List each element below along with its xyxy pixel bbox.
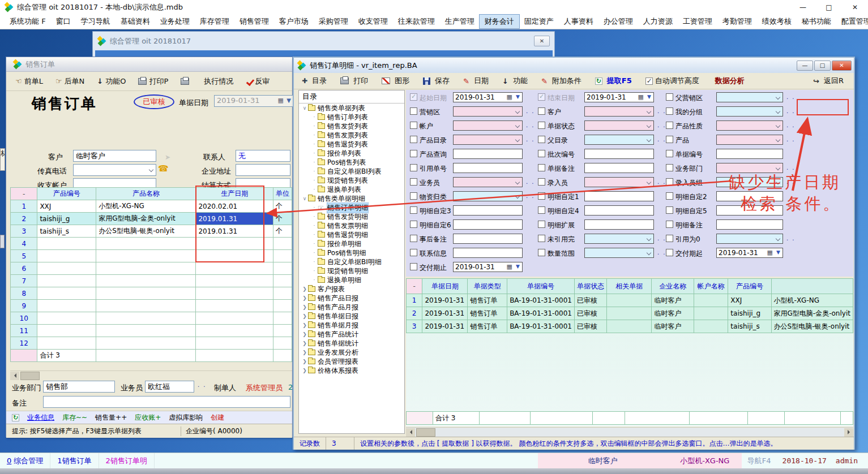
order-grid-hscrollbar[interactable] — [10, 370, 292, 380]
ellipsis-dots[interactable]: . . — [526, 136, 535, 143]
cell[interactable]: 临时客户 — [652, 320, 694, 333]
salesman-input[interactable]: 欧红福 — [145, 381, 194, 393]
minimize-button[interactable]: — — [790, 0, 816, 14]
filter-checkbox-起始日期[interactable] — [410, 93, 417, 101]
cell[interactable] — [694, 307, 728, 320]
product-code-cell[interactable]: taishiji_g — [37, 213, 96, 225]
filter-checkbox-交付期起[interactable] — [666, 249, 673, 256]
menu-item[interactable]: 工资管理 — [678, 15, 717, 28]
dropdown-arrow-icon[interactable]: ▼ — [516, 94, 520, 100]
main-title-bar[interactable]: 综合管理 oit 20181017 - 本地-db\演示信息.mdb —□✕ — [0, 0, 868, 14]
row-number-cell[interactable]: 11 — [11, 325, 37, 337]
cell[interactable]: 2019-01-31 — [422, 294, 468, 307]
maximize-button[interactable]: □ — [816, 0, 842, 14]
filter-checkbox-产品性质[interactable] — [666, 122, 673, 129]
filter-input-录入员[interactable] — [584, 177, 654, 187]
row-number-cell[interactable]: 5 — [11, 250, 37, 262]
empty-cell[interactable] — [273, 300, 292, 312]
cell[interactable]: 销售订单 — [468, 320, 507, 333]
column-header[interactable]: 帐户名称 — [694, 279, 728, 294]
product-name-cell[interactable]: 家用G型电脑-金奥-onlyit — [96, 213, 196, 225]
taskbar-item-0 综合管理[interactable]: 0 综合管理 — [0, 453, 50, 468]
column-header[interactable]: 企业名称 — [652, 279, 694, 294]
empty-cell[interactable] — [273, 287, 292, 300]
column-header[interactable] — [771, 279, 853, 294]
tree-item-退换单明细[interactable]: ·退换单明细 — [299, 275, 404, 285]
toolbar-button-返回R[interactable]: 返回R — [813, 76, 844, 86]
cell[interactable]: 2 — [407, 307, 422, 320]
menu-item[interactable]: 收支管理 — [353, 15, 393, 28]
ellipsis-dots[interactable]: . . — [526, 193, 535, 199]
filter-input-明细自定6[interactable] — [453, 219, 523, 230]
column-header[interactable]: 产品编号 — [37, 188, 96, 200]
cell[interactable]: 销售订单 — [468, 294, 507, 307]
tree-item-业务发展分析[interactable]: ❯业务发展分析 — [299, 348, 404, 357]
product-name-cell[interactable]: 办公S型电脑-银奥-onlyit — [96, 225, 196, 238]
column-header[interactable]: 单据日期 — [422, 279, 468, 294]
filter-checkbox-数量范围[interactable] — [538, 249, 545, 256]
tree-item-销售退货明细[interactable]: ·销售退货明细 — [299, 230, 404, 239]
menu-item[interactable]: 系统功能 F — [5, 15, 51, 28]
column-header[interactable]: 单位 — [273, 188, 292, 200]
product-code-cell[interactable]: XXJ — [37, 200, 96, 213]
column-header[interactable]: 相关单据 — [607, 279, 652, 294]
detail-grid-hscrollbar[interactable] — [406, 427, 853, 437]
cell[interactable]: taishiji_s — [728, 320, 771, 333]
menu-item[interactable]: 学习导航 — [76, 15, 116, 28]
filter-checkbox-明细自定1[interactable] — [538, 192, 545, 200]
dept-input[interactable]: 销售部 — [43, 381, 115, 393]
toolbar-button-日期[interactable]: 日期 — [463, 76, 489, 86]
dropdown-arrow-icon[interactable]: ▼ — [647, 94, 651, 100]
row-number-cell[interactable]: 9 — [11, 300, 37, 312]
menu-item[interactable]: 办公管理 — [598, 15, 638, 28]
toolbar-button-功能[interactable]: 功能 — [502, 76, 528, 86]
empty-cell[interactable] — [96, 337, 196, 350]
footer-link-虚拟库影响[interactable]: 虚拟库影响 — [169, 413, 203, 423]
tree-expand-icon[interactable]: ❯ — [301, 331, 308, 337]
menu-item[interactable]: 基础资料 — [116, 15, 155, 28]
filter-checkbox-营销区[interactable] — [410, 107, 417, 115]
tree-expand-icon[interactable]: ❯ — [301, 359, 308, 364]
menu-item[interactable]: 秘书功能 — [797, 15, 836, 28]
filter-input-业务部门[interactable] — [716, 163, 783, 173]
tree-item-销售退货列表[interactable]: ·销售退货列表 — [299, 140, 404, 149]
ellipsis-dots[interactable]: . . — [786, 94, 796, 100]
toolbar-button-自动调节高度[interactable]: 自动调节高度 — [645, 76, 699, 86]
tree-item-现货销售明细[interactable]: ·现货销售明细 — [299, 266, 404, 275]
column-header[interactable]: - — [11, 188, 37, 200]
filter-input-引用单号[interactable] — [453, 163, 523, 173]
filter-input-数量范围[interactable] — [584, 248, 654, 258]
menu-item[interactable]: 生产管理 — [440, 15, 480, 28]
tree-item-销售发票明细[interactable]: ·销售发票明细 — [299, 221, 404, 230]
empty-cell[interactable] — [37, 300, 96, 312]
ellipsis-dots[interactable]: . . — [786, 136, 796, 143]
phone-icon[interactable] — [158, 163, 169, 174]
row-number-cell[interactable]: 3 — [11, 225, 37, 238]
filter-checkbox-产品[interactable] — [666, 136, 673, 143]
toolbar-button-执行情况[interactable]: 执行情况 — [204, 76, 233, 87]
row-number-cell[interactable]: 8 — [11, 287, 37, 300]
dropdown-arrow-icon[interactable]: ▼ — [776, 249, 780, 255]
row-number-cell[interactable]: 4 — [11, 238, 37, 250]
filter-checkbox-引用为0[interactable] — [666, 235, 673, 242]
menu-item[interactable]: 业务处理 — [155, 15, 195, 28]
unit-cell[interactable]: 个 — [273, 225, 292, 238]
tree-item-销售订单列表[interactable]: ·销售订单列表 — [299, 113, 404, 122]
filter-input-明细自定3[interactable] — [453, 205, 523, 216]
tree-item-价格体系报表[interactable]: ❯价格体系报表 — [299, 366, 404, 375]
menu-item[interactable]: 销售管理 — [234, 15, 274, 28]
filter-checkbox-单据状态[interactable] — [538, 122, 545, 129]
column-header[interactable]: - — [407, 279, 422, 294]
filter-checkbox-录入员[interactable] — [538, 178, 545, 186]
tree-expand-icon[interactable]: ❯ — [301, 286, 308, 292]
empty-cell[interactable] — [37, 238, 96, 250]
fax-select[interactable] — [73, 164, 156, 176]
tree-item-Pos销售列表[interactable]: ·Pos销售列表 — [299, 158, 404, 167]
filter-checkbox-业务部门[interactable] — [666, 164, 673, 171]
cell[interactable]: 3 — [407, 320, 422, 333]
tree-item-自定义单据BI列表[interactable]: ·自定义单据BI列表 — [299, 167, 404, 176]
cell[interactable] — [607, 294, 652, 307]
product-name-cell[interactable]: 小型机-XG-NG — [96, 200, 196, 213]
menu-item[interactable]: 配置管理 — [836, 15, 868, 28]
filter-input-我的分组[interactable] — [716, 106, 783, 117]
